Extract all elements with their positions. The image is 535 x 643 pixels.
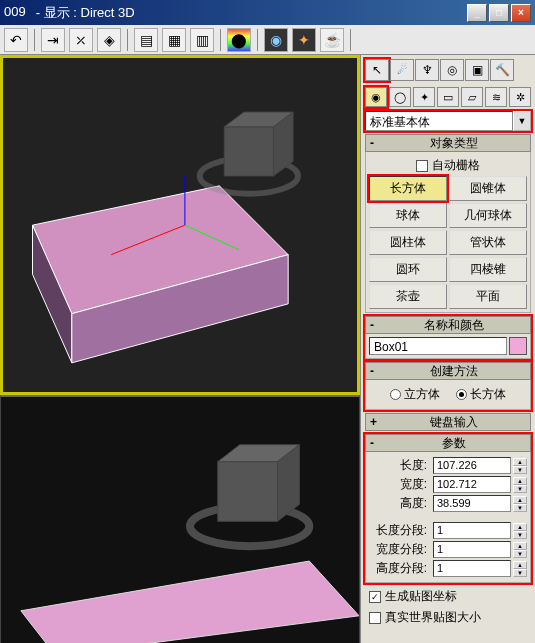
- geometry-icon[interactable]: ◉: [365, 87, 387, 107]
- cone-button[interactable]: 圆锥体: [449, 176, 527, 201]
- length-input[interactable]: 107.226: [433, 457, 511, 474]
- main-toolbar: ↶ ⇥ ⤫ ◈ ▤ ▦ ▥ ⬤ ◉ ✦ ☕: [0, 25, 535, 55]
- gen-mapping-label: 生成贴图坐标: [385, 588, 457, 605]
- material-icon[interactable]: ⬤: [227, 28, 251, 52]
- spinner-down-icon[interactable]: ▼: [513, 531, 527, 539]
- rollout-expand-icon: +: [370, 415, 382, 429]
- width-input[interactable]: 102.712: [433, 476, 511, 493]
- spinner-up-icon[interactable]: ▲: [513, 561, 527, 569]
- link-icon[interactable]: ⇥: [41, 28, 65, 52]
- spinner-up-icon[interactable]: ▲: [513, 542, 527, 550]
- primitive-buttons-grid: 长方体 圆锥体 球体 几何球体 圆柱体 管状体 圆环 四棱锥 茶壶 平面: [369, 176, 527, 309]
- spinner-up-icon[interactable]: ▲: [513, 496, 527, 504]
- torus-button[interactable]: 圆环: [369, 257, 447, 282]
- titlebar: 009 - 显示 : Direct 3D _ □ ×: [0, 0, 535, 25]
- plane-button[interactable]: 平面: [449, 284, 527, 309]
- spinner-up-icon[interactable]: ▲: [513, 477, 527, 485]
- keyboard-entry-header[interactable]: + 键盘输入: [365, 413, 531, 431]
- lsegs-input[interactable]: 1: [433, 522, 511, 539]
- object-type-header[interactable]: - 对象类型: [365, 134, 531, 152]
- spacewarps-icon[interactable]: ≋: [485, 87, 507, 107]
- dropdown-arrow-icon[interactable]: ▼: [513, 111, 531, 131]
- command-panel: ↖ ☄ ♆ ◎ ▣ 🔨 ◉ ◯ ✦ ▭ ▱ ≋ ✲ 标准基本体 ▼ - 对象类型: [360, 55, 535, 643]
- cube-radio[interactable]: [390, 389, 401, 400]
- secondary-viewport[interactable]: [0, 395, 360, 643]
- parameters-rollout: - 参数 长度: 107.226 ▲▼ 宽度: 102.712 ▲▼ 高度: 3…: [365, 434, 531, 583]
- spinner-down-icon[interactable]: ▼: [513, 550, 527, 558]
- autogrid-checkbox[interactable]: [416, 160, 428, 172]
- maximize-button[interactable]: □: [489, 4, 509, 22]
- wsegs-label: 宽度分段:: [369, 541, 431, 558]
- name-color-rollout: - 名称和颜色 Box01: [365, 316, 531, 359]
- autogrid-label: 自动栅格: [432, 157, 480, 174]
- close-button[interactable]: ×: [511, 4, 531, 22]
- spinner-up-icon[interactable]: ▲: [513, 458, 527, 466]
- hsegs-label: 高度分段:: [369, 560, 431, 577]
- viewport-area: [0, 55, 360, 643]
- wsegs-input[interactable]: 1: [433, 541, 511, 558]
- undo-icon[interactable]: ↶: [4, 28, 28, 52]
- utilities-tab-icon[interactable]: 🔨: [490, 59, 514, 81]
- realworld-checkbox[interactable]: [369, 612, 381, 624]
- rollout-collapse-icon: -: [370, 436, 382, 450]
- creation-method-header[interactable]: - 创建方法: [365, 362, 531, 380]
- category-dropdown[interactable]: 标准基本体 ▼: [365, 111, 531, 131]
- display-tab-icon[interactable]: ▣: [465, 59, 489, 81]
- command-panel-tabs: ↖ ☄ ♆ ◎ ▣ 🔨: [363, 57, 533, 83]
- quick-render-icon[interactable]: ☕: [320, 28, 344, 52]
- cylinder-button[interactable]: 圆柱体: [369, 230, 447, 255]
- helpers-icon[interactable]: ▱: [461, 87, 483, 107]
- rollout-collapse-icon: -: [370, 318, 382, 332]
- create-tab-icon[interactable]: ↖: [365, 59, 389, 81]
- sphere-button[interactable]: 球体: [369, 203, 447, 228]
- cube-radio-label: 立方体: [404, 386, 440, 403]
- gen-mapping-checkbox[interactable]: ✓: [369, 591, 381, 603]
- unlink-icon[interactable]: ⤫: [69, 28, 93, 52]
- parameters-header[interactable]: - 参数: [365, 434, 531, 452]
- name-color-header[interactable]: - 名称和颜色: [365, 316, 531, 334]
- lsegs-label: 长度分段:: [369, 522, 431, 539]
- category-value: 标准基本体: [365, 111, 513, 131]
- box-radio[interactable]: [456, 389, 467, 400]
- spinner-down-icon[interactable]: ▼: [513, 466, 527, 474]
- app-name-fragment: 009: [4, 4, 26, 22]
- lights-icon[interactable]: ✦: [413, 87, 435, 107]
- height-input[interactable]: 38.599: [433, 495, 511, 512]
- render-icon[interactable]: ✦: [292, 28, 316, 52]
- height-label: 高度:: [369, 495, 431, 512]
- spinner-down-icon[interactable]: ▼: [513, 504, 527, 512]
- cameras-icon[interactable]: ▭: [437, 87, 459, 107]
- hierarchy-tab-icon[interactable]: ♆: [415, 59, 439, 81]
- modify-tab-icon[interactable]: ☄: [390, 59, 414, 81]
- curve-editor-icon[interactable]: ▥: [190, 28, 214, 52]
- rollout-collapse-icon: -: [370, 136, 382, 150]
- create-subtabs: ◉ ◯ ✦ ▭ ▱ ≋ ✲: [363, 85, 533, 109]
- creation-method-rollout: - 创建方法 立方体 长方体: [365, 362, 531, 410]
- layers-icon[interactable]: ▤: [134, 28, 158, 52]
- schematic-icon[interactable]: ▦: [162, 28, 186, 52]
- hsegs-input[interactable]: 1: [433, 560, 511, 577]
- object-name-input[interactable]: Box01: [369, 337, 507, 355]
- object-type-rollout: - 对象类型 自动栅格 长方体 圆锥体 球体 几何球体 圆柱体 管状体 圆环 四…: [365, 134, 531, 313]
- minimize-button[interactable]: _: [467, 4, 487, 22]
- window-title: - 显示 : Direct 3D: [36, 4, 135, 22]
- teapot-button[interactable]: 茶壶: [369, 284, 447, 309]
- bind-icon[interactable]: ◈: [97, 28, 121, 52]
- geosphere-button[interactable]: 几何球体: [449, 203, 527, 228]
- rollout-collapse-icon: -: [370, 364, 382, 378]
- spinner-down-icon[interactable]: ▼: [513, 485, 527, 493]
- box-button[interactable]: 长方体: [369, 176, 447, 201]
- tube-button[interactable]: 管状体: [449, 230, 527, 255]
- motion-tab-icon[interactable]: ◎: [440, 59, 464, 81]
- svg-rect-11: [218, 462, 278, 522]
- render-setup-icon[interactable]: ◉: [264, 28, 288, 52]
- spinner-down-icon[interactable]: ▼: [513, 569, 527, 577]
- object-color-swatch[interactable]: [509, 337, 527, 355]
- width-label: 宽度:: [369, 476, 431, 493]
- box-radio-label: 长方体: [470, 386, 506, 403]
- shapes-icon[interactable]: ◯: [389, 87, 411, 107]
- pyramid-button[interactable]: 四棱锥: [449, 257, 527, 282]
- perspective-viewport[interactable]: [0, 55, 360, 395]
- spinner-up-icon[interactable]: ▲: [513, 523, 527, 531]
- systems-icon[interactable]: ✲: [509, 87, 531, 107]
